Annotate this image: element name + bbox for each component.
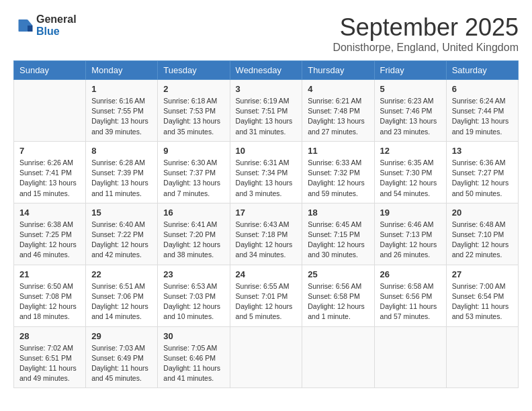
day-number: 8 <box>91 146 152 156</box>
day-number: 28 <box>19 331 80 341</box>
day-number: 9 <box>163 146 224 156</box>
day-of-week-header: Friday <box>374 61 446 80</box>
calendar-cell: 4Sunrise: 6:21 AM Sunset: 7:48 PM Daylig… <box>302 80 374 142</box>
day-info: Sunrise: 6:30 AM Sunset: 7:37 PM Dayligh… <box>163 158 224 199</box>
day-info: Sunrise: 6:53 AM Sunset: 7:03 PM Dayligh… <box>163 281 224 322</box>
day-info: Sunrise: 6:24 AM Sunset: 7:44 PM Dayligh… <box>452 96 513 137</box>
calendar-cell: 27Sunrise: 7:00 AM Sunset: 6:54 PM Dayli… <box>446 265 518 326</box>
calendar-week-row: 28Sunrise: 7:02 AM Sunset: 6:51 PM Dayli… <box>14 326 519 388</box>
day-number: 20 <box>452 208 513 218</box>
day-number: 23 <box>163 269 224 279</box>
calendar-cell: 2Sunrise: 6:18 AM Sunset: 7:53 PM Daylig… <box>158 80 230 142</box>
day-info: Sunrise: 6:51 AM Sunset: 7:06 PM Dayligh… <box>91 281 152 322</box>
day-of-week-header: Saturday <box>446 61 518 80</box>
day-number: 4 <box>308 84 368 94</box>
day-number: 30 <box>163 331 224 341</box>
calendar-week-row: 14Sunrise: 6:38 AM Sunset: 7:25 PM Dayli… <box>14 203 519 265</box>
calendar-cell <box>14 80 86 142</box>
day-number: 19 <box>380 208 441 218</box>
logo-general-text: General <box>36 13 77 26</box>
day-number: 16 <box>163 208 224 218</box>
calendar-cell <box>446 326 518 388</box>
day-info: Sunrise: 6:35 AM Sunset: 7:30 PM Dayligh… <box>380 158 441 199</box>
day-info: Sunrise: 6:38 AM Sunset: 7:25 PM Dayligh… <box>19 220 80 261</box>
day-number: 15 <box>91 208 152 218</box>
calendar-week-row: 7Sunrise: 6:26 AM Sunset: 7:41 PM Daylig… <box>14 141 519 203</box>
day-info: Sunrise: 6:45 AM Sunset: 7:15 PM Dayligh… <box>308 220 368 261</box>
calendar-cell: 15Sunrise: 6:40 AM Sunset: 7:22 PM Dayli… <box>86 203 158 265</box>
calendar-cell: 6Sunrise: 6:24 AM Sunset: 7:44 PM Daylig… <box>446 80 518 142</box>
calendar-cell: 19Sunrise: 6:46 AM Sunset: 7:13 PM Dayli… <box>374 203 446 265</box>
day-info: Sunrise: 7:03 AM Sunset: 6:49 PM Dayligh… <box>91 343 152 384</box>
calendar-cell: 7Sunrise: 6:26 AM Sunset: 7:41 PM Daylig… <box>14 141 86 203</box>
page-header: General Blue September 2025 Donisthorpe,… <box>13 13 519 54</box>
location-text: Donisthorpe, England, United Kingdom <box>332 42 519 54</box>
day-number: 10 <box>236 146 297 156</box>
calendar-cell: 12Sunrise: 6:35 AM Sunset: 7:30 PM Dayli… <box>374 141 446 203</box>
day-of-week-header: Thursday <box>302 61 374 80</box>
day-info: Sunrise: 7:02 AM Sunset: 6:51 PM Dayligh… <box>19 343 80 384</box>
day-info: Sunrise: 6:19 AM Sunset: 7:51 PM Dayligh… <box>236 96 297 137</box>
calendar-cell: 13Sunrise: 6:36 AM Sunset: 7:27 PM Dayli… <box>446 141 518 203</box>
calendar-cell: 16Sunrise: 6:41 AM Sunset: 7:20 PM Dayli… <box>158 203 230 265</box>
day-number: 7 <box>19 146 80 156</box>
day-number: 25 <box>308 269 368 279</box>
calendar-cell: 23Sunrise: 6:53 AM Sunset: 7:03 PM Dayli… <box>158 265 230 326</box>
svg-rect-2 <box>19 19 28 32</box>
day-number: 26 <box>380 269 441 279</box>
svg-marker-0 <box>28 19 33 26</box>
day-number: 21 <box>19 269 80 279</box>
calendar-week-row: 21Sunrise: 6:50 AM Sunset: 7:08 PM Dayli… <box>14 265 519 326</box>
day-number: 27 <box>452 269 513 279</box>
calendar-cell: 28Sunrise: 7:02 AM Sunset: 6:51 PM Dayli… <box>14 326 86 388</box>
calendar-cell: 5Sunrise: 6:23 AM Sunset: 7:46 PM Daylig… <box>374 80 446 142</box>
day-info: Sunrise: 6:21 AM Sunset: 7:48 PM Dayligh… <box>308 96 368 137</box>
day-number: 6 <box>452 84 513 94</box>
calendar-cell: 26Sunrise: 6:58 AM Sunset: 6:56 PM Dayli… <box>374 265 446 326</box>
calendar-cell: 18Sunrise: 6:45 AM Sunset: 7:15 PM Dayli… <box>302 203 374 265</box>
day-info: Sunrise: 6:18 AM Sunset: 7:53 PM Dayligh… <box>163 96 224 137</box>
logo-blue-text: Blue <box>36 26 77 38</box>
day-info: Sunrise: 6:41 AM Sunset: 7:20 PM Dayligh… <box>163 220 224 261</box>
day-info: Sunrise: 6:46 AM Sunset: 7:13 PM Dayligh… <box>380 220 441 261</box>
calendar-cell: 22Sunrise: 6:51 AM Sunset: 7:06 PM Dayli… <box>86 265 158 326</box>
day-info: Sunrise: 6:31 AM Sunset: 7:34 PM Dayligh… <box>236 158 297 199</box>
day-number: 1 <box>91 84 152 94</box>
calendar-cell <box>374 326 446 388</box>
day-number: 17 <box>236 208 297 218</box>
calendar-cell: 20Sunrise: 6:48 AM Sunset: 7:10 PM Dayli… <box>446 203 518 265</box>
calendar-cell: 10Sunrise: 6:31 AM Sunset: 7:34 PM Dayli… <box>230 141 302 203</box>
calendar-cell: 30Sunrise: 7:05 AM Sunset: 6:46 PM Dayli… <box>158 326 230 388</box>
day-number: 14 <box>19 208 80 218</box>
day-of-week-header: Sunday <box>14 61 86 80</box>
calendar-cell <box>302 326 374 388</box>
day-of-week-header: Monday <box>86 61 158 80</box>
calendar-cell: 17Sunrise: 6:43 AM Sunset: 7:18 PM Dayli… <box>230 203 302 265</box>
month-title: September 2025 <box>332 13 519 42</box>
day-number: 22 <box>91 269 152 279</box>
day-number: 24 <box>236 269 297 279</box>
day-number: 18 <box>308 208 368 218</box>
calendar-cell: 8Sunrise: 6:28 AM Sunset: 7:39 PM Daylig… <box>86 141 158 203</box>
calendar-cell: 29Sunrise: 7:03 AM Sunset: 6:49 PM Dayli… <box>86 326 158 388</box>
day-info: Sunrise: 7:05 AM Sunset: 6:46 PM Dayligh… <box>163 343 224 384</box>
day-number: 2 <box>163 84 224 94</box>
calendar-cell: 21Sunrise: 6:50 AM Sunset: 7:08 PM Dayli… <box>14 265 86 326</box>
calendar-cell: 24Sunrise: 6:55 AM Sunset: 7:01 PM Dayli… <box>230 265 302 326</box>
svg-marker-1 <box>28 26 33 32</box>
day-info: Sunrise: 6:33 AM Sunset: 7:32 PM Dayligh… <box>308 158 368 199</box>
day-number: 12 <box>380 146 441 156</box>
day-of-week-header: Tuesday <box>158 61 230 80</box>
day-info: Sunrise: 6:58 AM Sunset: 6:56 PM Dayligh… <box>380 281 441 322</box>
day-number: 13 <box>452 146 513 156</box>
day-number: 29 <box>91 331 152 341</box>
day-info: Sunrise: 6:48 AM Sunset: 7:10 PM Dayligh… <box>452 220 513 261</box>
day-info: Sunrise: 6:28 AM Sunset: 7:39 PM Dayligh… <box>91 158 152 199</box>
day-number: 11 <box>308 146 368 156</box>
day-info: Sunrise: 7:00 AM Sunset: 6:54 PM Dayligh… <box>452 281 513 322</box>
logo: General Blue <box>13 13 77 37</box>
calendar-cell: 25Sunrise: 6:56 AM Sunset: 6:58 PM Dayli… <box>302 265 374 326</box>
title-block: September 2025 Donisthorpe, England, Uni… <box>332 13 519 54</box>
calendar-cell: 1Sunrise: 6:16 AM Sunset: 7:55 PM Daylig… <box>86 80 158 142</box>
day-of-week-header: Wednesday <box>230 61 302 80</box>
